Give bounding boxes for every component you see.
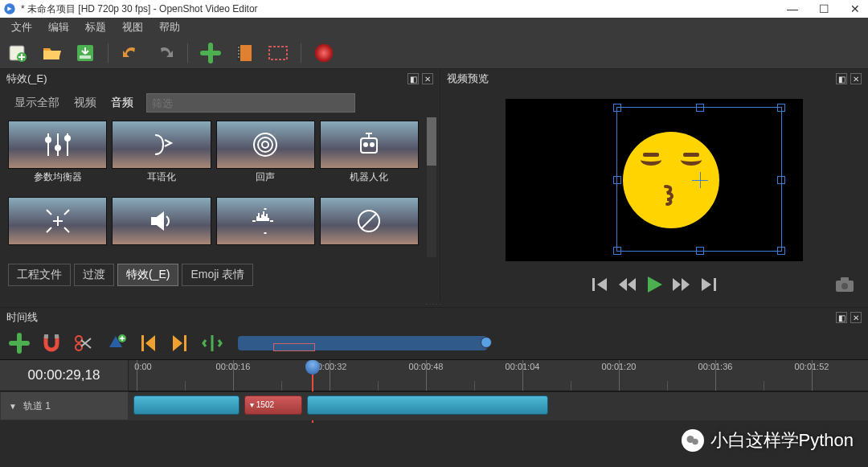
preview-panel-title: 视频预览 [447, 72, 489, 86]
save-project-button[interactable] [74, 42, 96, 64]
zoom-slider-knob[interactable] [481, 337, 492, 348]
timeline-clip[interactable]: ▾ 1502 [244, 395, 302, 415]
menu-edit[interactable]: 编辑 [42, 18, 76, 37]
main-toolbar [0, 37, 868, 69]
redo-button[interactable] [154, 42, 176, 64]
new-project-button[interactable] [6, 42, 29, 64]
preview-canvas[interactable] [506, 99, 803, 261]
effect-whisper[interactable]: 耳语化 [112, 121, 211, 192]
app-icon [3, 2, 16, 15]
transform-selection[interactable] [616, 107, 782, 252]
watermark: 小白这样学Python [682, 428, 854, 453]
effect-echo[interactable]: 回声 [216, 121, 315, 192]
add-marker-button[interactable] [104, 332, 127, 354]
timeline-panel: 时间线 ◧ ✕ 00:00:29,18 0:00 00:00:16 00:00:… [0, 307, 868, 420]
jump-end-button[interactable] [699, 275, 719, 294]
menu-file[interactable]: 文件 [5, 18, 39, 37]
resize-handle[interactable] [777, 104, 785, 112]
resize-handle[interactable] [777, 176, 785, 184]
track-body[interactable]: ▾ 1502 [129, 391, 868, 420]
next-marker-button[interactable] [169, 332, 191, 354]
menubar: 文件 编辑 标题 视图 帮助 [0, 18, 868, 37]
open-project-button[interactable] [40, 42, 63, 64]
timeline-panel-title: 时间线 [6, 310, 38, 325]
maximize-button[interactable]: ☐ [814, 2, 834, 15]
dock-icon[interactable]: ◧ [836, 73, 847, 84]
effects-tab-all[interactable]: 显示全部 [8, 93, 66, 113]
effect-item[interactable] [8, 197, 107, 255]
playback-controls [440, 268, 868, 301]
close-panel-icon[interactable]: ✕ [850, 312, 862, 323]
svg-rect-27 [44, 334, 48, 338]
add-track-button[interactable] [8, 332, 31, 354]
snap-button[interactable] [40, 332, 63, 354]
effect-parametric-eq[interactable]: 参数均衡器 [8, 121, 107, 192]
resize-handle[interactable] [613, 247, 621, 255]
effects-tab-video[interactable]: 视频 [68, 93, 103, 113]
close-button[interactable]: ✕ [845, 2, 865, 15]
svg-rect-11 [269, 47, 287, 59]
menu-help[interactable]: 帮助 [153, 18, 186, 37]
svg-rect-28 [55, 334, 59, 338]
undo-button[interactable] [120, 42, 142, 64]
splitter-handle[interactable]: ····· [0, 301, 868, 307]
effects-tab-audio[interactable]: 音频 [104, 93, 140, 113]
center-playhead-button[interactable] [201, 332, 223, 354]
timeline-clip[interactable] [307, 395, 548, 415]
fullscreen-button[interactable] [267, 42, 289, 64]
effect-robotize[interactable]: 机器人化 [320, 121, 419, 192]
resize-handle[interactable] [696, 247, 704, 255]
resize-handle[interactable] [613, 104, 621, 112]
effects-panel-title: 特效(_E) [6, 72, 47, 86]
svg-point-9 [238, 53, 240, 55]
import-files-button[interactable] [199, 42, 222, 64]
effects-panel: 特效(_E) ◧ ✕ 显示全部 视频 音频 参数均衡器 耳语化 回声 机器人化 [0, 69, 440, 301]
play-button[interactable] [645, 275, 664, 294]
jump-start-button[interactable] [590, 275, 609, 294]
resize-handle[interactable] [613, 176, 621, 184]
effect-item[interactable] [112, 197, 211, 255]
fast-forward-button[interactable] [672, 275, 691, 294]
menu-view[interactable]: 视图 [116, 18, 149, 37]
choose-profile-button[interactable] [233, 42, 256, 64]
rewind-button[interactable] [617, 275, 637, 294]
svg-point-10 [238, 56, 240, 58]
zoom-slider[interactable] [238, 336, 487, 350]
svg-rect-26 [841, 277, 849, 281]
prev-marker-button[interactable] [137, 332, 159, 354]
asset-tab-emoji[interactable]: Emoji 表情 [182, 264, 253, 286]
effect-item[interactable] [216, 197, 315, 255]
timeline-ruler[interactable]: 0:00 00:00:16 00:00:32 00:00:48 00:01:04… [129, 360, 868, 391]
close-panel-icon[interactable]: ✕ [850, 73, 862, 84]
svg-point-8 [238, 50, 240, 51]
track-header[interactable]: ▼ 轨道 1 [0, 391, 129, 420]
effects-scrollbar[interactable] [427, 117, 436, 257]
timecode-display[interactable]: 00:00:29,18 [0, 360, 129, 391]
asset-tab-transitions[interactable]: 过渡 [74, 264, 114, 286]
export-button[interactable] [313, 42, 335, 64]
dock-icon[interactable]: ◧ [836, 312, 847, 323]
resize-handle[interactable] [777, 247, 785, 255]
svg-point-18 [258, 137, 272, 152]
timeline-clip[interactable] [133, 395, 240, 415]
svg-rect-4 [80, 55, 91, 59]
effects-filter-input[interactable] [146, 93, 355, 113]
svg-point-25 [841, 283, 848, 289]
close-panel-icon[interactable]: ✕ [422, 73, 433, 84]
center-anchor-icon[interactable] [696, 176, 704, 184]
svg-point-21 [364, 143, 367, 146]
svg-point-33 [692, 439, 698, 445]
menu-title[interactable]: 标题 [79, 18, 113, 37]
razor-button[interactable] [72, 332, 95, 354]
asset-tab-effects[interactable]: 特效(_E) [117, 264, 178, 286]
dock-icon[interactable]: ◧ [407, 73, 419, 84]
effect-item[interactable] [320, 197, 419, 255]
minimize-button[interactable]: — [782, 2, 803, 15]
svg-point-7 [238, 47, 240, 48]
snapshot-button[interactable] [834, 275, 854, 294]
resize-handle[interactable] [696, 104, 704, 112]
svg-rect-20 [361, 138, 377, 153]
asset-tab-project-files[interactable]: 工程文件 [8, 264, 71, 286]
preview-panel: 视频预览 ◧ ✕ [440, 69, 868, 301]
effects-grid: 参数均衡器 耳语化 回声 机器人化 [0, 117, 427, 257]
